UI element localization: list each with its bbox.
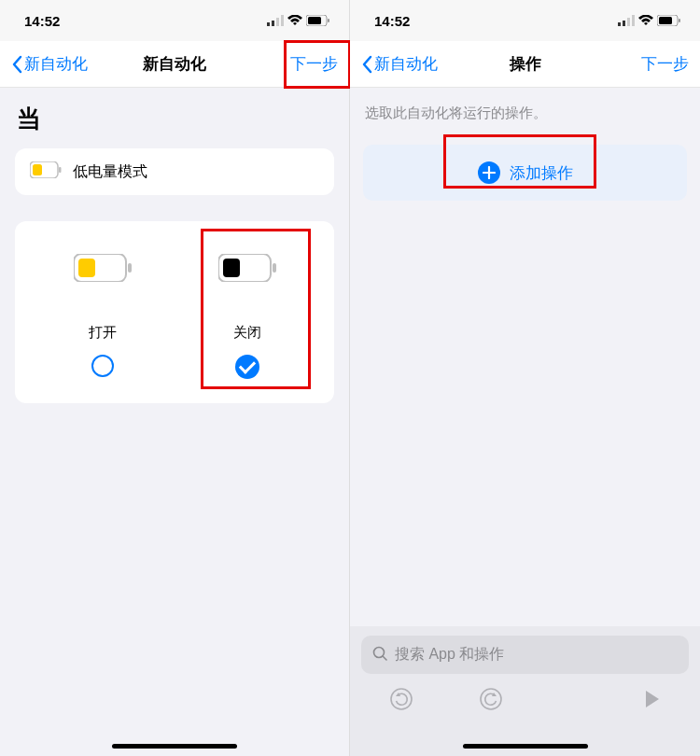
options-card: 打开 关闭 bbox=[15, 221, 334, 403]
add-action-button[interactable]: 添加操作 bbox=[363, 145, 687, 201]
svg-rect-3 bbox=[281, 15, 284, 26]
nav-title: 新自动化 bbox=[143, 53, 206, 75]
svg-point-26 bbox=[481, 689, 501, 709]
back-label: 新自动化 bbox=[24, 53, 88, 75]
svg-rect-2 bbox=[276, 18, 279, 26]
add-action-label: 添加操作 bbox=[510, 162, 573, 184]
svg-rect-11 bbox=[78, 259, 95, 277]
option-open-label: 打开 bbox=[89, 324, 117, 342]
action-toolbar bbox=[361, 687, 689, 711]
nav-bar: 新自动化 新自动化 下一步 bbox=[0, 41, 349, 88]
svg-rect-12 bbox=[128, 263, 132, 273]
wifi-icon bbox=[638, 15, 653, 26]
search-placeholder: 搜索 App 和操作 bbox=[395, 645, 504, 665]
status-time: 14:52 bbox=[24, 13, 60, 29]
home-indicator bbox=[463, 744, 588, 749]
description-text: 选取此自动化将运行的操作。 bbox=[359, 105, 691, 122]
back-label: 新自动化 bbox=[374, 53, 438, 75]
status-indicators bbox=[618, 15, 681, 26]
when-header: 当 bbox=[15, 103, 334, 135]
svg-rect-19 bbox=[632, 15, 635, 26]
chevron-left-icon bbox=[361, 55, 372, 74]
condition-label: 低电量模式 bbox=[73, 162, 147, 182]
svg-rect-5 bbox=[308, 17, 321, 24]
svg-rect-17 bbox=[623, 21, 625, 26]
search-icon bbox=[372, 646, 387, 665]
option-close[interactable]: 关闭 bbox=[175, 244, 319, 386]
svg-point-25 bbox=[391, 689, 412, 709]
battery-off-icon bbox=[218, 254, 276, 286]
svg-rect-0 bbox=[267, 22, 270, 26]
next-button[interactable]: 下一步 bbox=[290, 53, 338, 75]
redo-button[interactable] bbox=[479, 687, 503, 711]
phone-left: 14:52 新自动化 新自动化 下一步 当 bbox=[0, 0, 350, 756]
status-indicators bbox=[267, 15, 330, 26]
svg-rect-18 bbox=[627, 18, 630, 26]
signal-icon bbox=[618, 15, 635, 26]
signal-icon bbox=[267, 15, 284, 26]
play-button[interactable] bbox=[644, 690, 661, 708]
chevron-left-icon bbox=[11, 55, 22, 74]
radio-checked-icon bbox=[235, 355, 259, 379]
bottom-toolbar-area: 搜索 App 和操作 bbox=[350, 626, 700, 756]
svg-rect-8 bbox=[33, 164, 42, 175]
nav-bar: 新自动化 操作 下一步 bbox=[350, 41, 700, 88]
nav-title: 操作 bbox=[510, 53, 541, 75]
battery-icon bbox=[306, 15, 330, 26]
battery-on-icon bbox=[74, 254, 132, 286]
status-bar: 14:52 bbox=[0, 0, 349, 41]
home-indicator bbox=[112, 744, 237, 749]
content-left: 当 低电量模式 打开 bbox=[0, 88, 349, 756]
battery-icon bbox=[657, 15, 681, 26]
undo-button[interactable] bbox=[389, 687, 413, 711]
status-bar: 14:52 bbox=[350, 0, 700, 41]
plus-circle-icon bbox=[478, 161, 500, 184]
option-close-label: 关闭 bbox=[233, 324, 261, 342]
back-button[interactable]: 新自动化 bbox=[361, 53, 438, 75]
search-input[interactable]: 搜索 App 和操作 bbox=[361, 636, 689, 674]
wifi-icon bbox=[287, 15, 302, 26]
radio-unchecked-icon bbox=[91, 355, 114, 377]
option-open[interactable]: 打开 bbox=[30, 244, 175, 386]
svg-rect-14 bbox=[223, 259, 240, 277]
svg-rect-6 bbox=[328, 19, 329, 22]
svg-rect-21 bbox=[659, 17, 672, 24]
phone-right: 14:52 新自动化 操作 下一步 选取此自动化将运行的操作。 bbox=[350, 0, 700, 756]
svg-rect-15 bbox=[273, 263, 276, 273]
next-button[interactable]: 下一步 bbox=[641, 53, 689, 75]
svg-rect-9 bbox=[59, 167, 62, 173]
back-button[interactable]: 新自动化 bbox=[11, 53, 88, 75]
svg-line-24 bbox=[383, 656, 386, 660]
svg-rect-16 bbox=[618, 22, 621, 26]
low-power-icon bbox=[30, 161, 62, 182]
svg-rect-1 bbox=[272, 21, 274, 26]
status-time: 14:52 bbox=[374, 13, 410, 29]
svg-rect-22 bbox=[679, 19, 680, 22]
condition-card[interactable]: 低电量模式 bbox=[15, 148, 334, 195]
